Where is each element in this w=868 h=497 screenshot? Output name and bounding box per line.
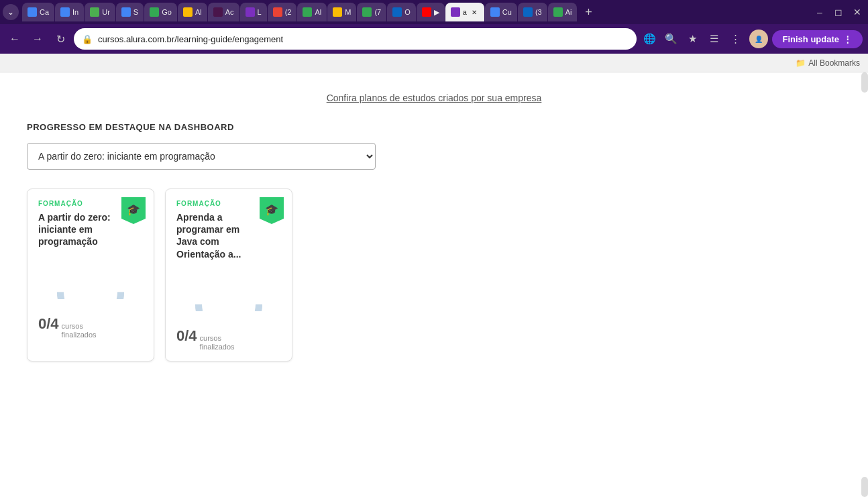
arc-fill-2: [195, 271, 262, 311]
reload-button[interactable]: ↻: [51, 30, 70, 48]
section-title: PROGRESSO EM DESTAQUE NA DASHBOARD: [27, 122, 841, 132]
restore-button[interactable]: ◻: [830, 4, 847, 20]
tab-favicon-16: [490, 7, 500, 17]
translate-button[interactable]: 🌐: [641, 30, 659, 48]
tab-go[interactable]: Go: [144, 3, 177, 21]
tab-alura-active[interactable]: a ✕: [445, 3, 484, 21]
tab-favicon-yt: [422, 7, 431, 17]
user-avatar[interactable]: 👤: [749, 30, 768, 48]
tab-2[interactable]: (2: [268, 3, 297, 21]
tab-ur[interactable]: Ur: [85, 3, 115, 21]
tab-l[interactable]: L: [240, 3, 267, 21]
tab-cu[interactable]: Cu: [485, 3, 517, 21]
tab-favicon-13: [392, 7, 402, 17]
cards-row: 🎓 FORMAÇÃO A partir do zero: iniciante e…: [27, 188, 841, 362]
new-tab-button[interactable]: +: [580, 4, 596, 20]
tab-linkedin[interactable]: (3: [518, 3, 547, 21]
toolbar-icons: 🌐 🔍 ★ ☰ ⋮: [641, 30, 745, 48]
card-badge-1: 🎓: [121, 197, 146, 224]
graduation-icon-1: 🎓: [127, 203, 140, 216]
tab-favicon-alura: [451, 7, 460, 17]
lock-icon: 🔒: [82, 34, 93, 44]
finish-update-button[interactable]: Finish update ⋮: [772, 30, 863, 48]
formation-dropdown[interactable]: A partir do zero: iniciante em programaç…: [27, 143, 376, 170]
tab-close-alura[interactable]: ✕: [470, 7, 479, 17]
tab-in[interactable]: In: [55, 3, 84, 21]
tab-expand-button[interactable]: ⌄: [3, 4, 19, 20]
tab-docs[interactable]: S: [116, 3, 144, 21]
browser-chrome: ⌄ Ca In Ur S Go Al: [0, 0, 868, 72]
scroll-up-indicator: [861, 72, 868, 93]
tab-bar: ⌄ Ca In Ur S Go Al: [0, 0, 868, 24]
progress-arc-container-2: [176, 271, 281, 311]
scroll-down-indicator: [861, 477, 868, 497]
tab-favicon-9: [273, 7, 282, 17]
progress-arc-1: [57, 259, 124, 299]
study-plans-link[interactable]: Confira planos de estudos criados por su…: [27, 93, 841, 103]
back-button[interactable]: ←: [5, 30, 24, 48]
stats-label-2: cursosfinalizados: [200, 334, 235, 351]
bookmarks-bar: 📁 All Bookmarks: [0, 54, 868, 72]
tab-o[interactable]: O: [387, 3, 416, 21]
progress-arc-2: [195, 271, 262, 311]
tab-7[interactable]: (7: [357, 3, 386, 21]
page-content: Confira planos de estudos criados por su…: [0, 72, 868, 497]
tab-favicon-5: [150, 7, 159, 17]
arc-fill-1: [57, 259, 124, 299]
tab-favicon-10: [303, 7, 312, 17]
tab-al[interactable]: Al: [178, 3, 207, 21]
tab-favicon-6: [183, 7, 193, 17]
toolbar: ← → ↻ 🔒 cursos.alura.com.br/learning-gui…: [0, 24, 868, 54]
bookmarks-folder-icon: 📁: [796, 58, 806, 68]
tab-favicon-17: [523, 7, 533, 17]
bookmark-button[interactable]: ★: [684, 30, 702, 48]
extensions-button[interactable]: ☰: [705, 30, 724, 48]
tab-gmail-ca[interactable]: Ca: [22, 3, 54, 21]
chrome-menu-button[interactable]: ⋮: [726, 30, 745, 48]
course-card-1[interactable]: 🎓 FORMAÇÃO A partir do zero: iniciante e…: [27, 188, 154, 362]
progress-arc-container-1: [38, 259, 143, 299]
stats-label-1: cursosfinalizados: [62, 322, 97, 339]
stats-number-2: 0/4: [176, 327, 197, 345]
tab-favicon-7: [213, 7, 223, 17]
card-stats-1: 0/4 cursosfinalizados: [38, 313, 143, 339]
graduation-icon-2: 🎓: [265, 203, 278, 216]
address-bar[interactable]: 🔒 cursos.alura.com.br/learning-guide/eng…: [74, 28, 637, 50]
tab-favicon-8: [246, 7, 255, 17]
zoom-button[interactable]: 🔍: [662, 30, 681, 48]
tab-actions: – ◻ ✕: [812, 4, 865, 20]
close-button[interactable]: ✕: [849, 4, 865, 20]
tab-yt[interactable]: ▶: [417, 3, 445, 21]
tab-favicon-gmail: [28, 7, 37, 17]
tab-favicon-3: [90, 7, 99, 17]
tab-slack[interactable]: Ac: [208, 3, 239, 21]
minimize-button[interactable]: –: [812, 4, 828, 20]
course-card-2[interactable]: 🎓 FORMAÇÃO Aprenda a programar em Java c…: [165, 188, 292, 362]
forward-button[interactable]: →: [28, 30, 47, 48]
tab-favicon-2: [60, 7, 70, 17]
tab-m[interactable]: M: [327, 3, 356, 21]
card-badge-2: 🎓: [260, 197, 284, 224]
card-stats-2: 0/4 cursosfinalizados: [176, 325, 281, 351]
stats-number-1: 0/4: [38, 315, 59, 333]
address-text: cursos.alura.com.br/learning-guide/engag…: [98, 34, 629, 44]
tab-favicon-4: [121, 7, 131, 17]
tab-favicon-11: [333, 7, 342, 17]
tab-al2[interactable]: Al: [297, 3, 327, 21]
tab-ai[interactable]: Ai: [548, 3, 578, 21]
finish-update-menu-icon: ⋮: [843, 34, 852, 44]
tab-favicon-18: [553, 7, 563, 17]
tab-favicon-12: [362, 7, 372, 17]
all-bookmarks[interactable]: 📁 All Bookmarks: [796, 58, 860, 68]
